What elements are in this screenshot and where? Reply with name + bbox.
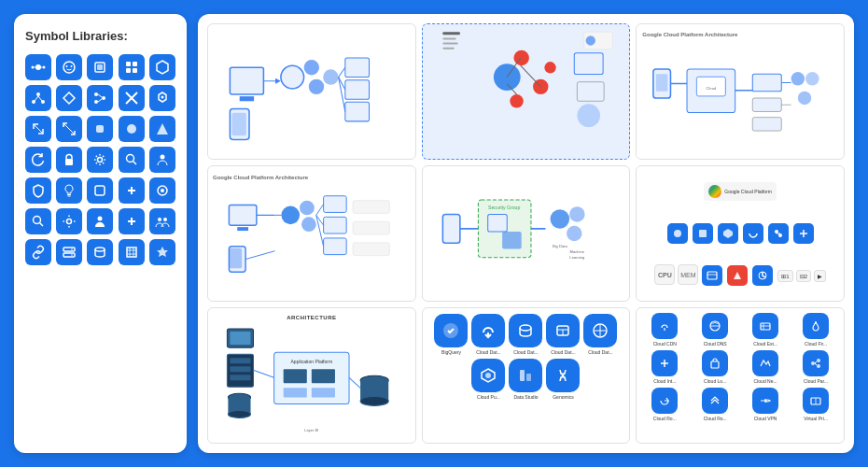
- icon-empty1[interactable]: [87, 177, 113, 204]
- cloud-fir-icon[interactable]: [803, 313, 829, 339]
- showcase-icon-3[interactable]: [718, 223, 738, 244]
- showcase-icon-2[interactable]: [693, 223, 713, 244]
- svg-point-130: [569, 206, 584, 221]
- virtual-pri-icon[interactable]: [803, 388, 829, 414]
- icon-expand[interactable]: [56, 116, 82, 142]
- svg-point-191: [817, 364, 820, 368]
- icon-bulb[interactable]: [56, 177, 82, 204]
- showcase-icon-5[interactable]: [768, 223, 789, 244]
- svg-rect-70: [231, 113, 245, 136]
- cloudpu-icon[interactable]: [471, 359, 505, 392]
- showcase-icon-7[interactable]: [702, 265, 722, 286]
- icon-cube[interactable]: [87, 54, 113, 80]
- diagram-cell-6[interactable]: Google Cloud Platform CPU MEM: [636, 165, 845, 302]
- svg-rect-122: [442, 214, 460, 243]
- cloud-ro1-item: Cloud Ro...: [641, 388, 688, 421]
- cloud-lo-icon[interactable]: [702, 350, 728, 376]
- icon-empty2[interactable]: [119, 177, 145, 204]
- cloud-dns-icon[interactable]: [702, 313, 728, 339]
- svg-point-45: [34, 217, 41, 224]
- svg-point-50: [163, 218, 167, 221]
- svg-point-154: [228, 410, 250, 417]
- diagram-cell-8[interactable]: BigQuery Cloud Dat... Cloud Dat...: [422, 307, 631, 444]
- icon-hexagon[interactable]: [149, 54, 175, 80]
- icon-server[interactable]: [56, 239, 82, 265]
- svg-rect-149: [230, 358, 250, 363]
- icon-placeholder2[interactable]: [119, 116, 145, 142]
- icon-smiley[interactable]: [56, 54, 82, 80]
- cloud-ext-icon[interactable]: [752, 313, 778, 339]
- showcase-icon-6[interactable]: [793, 223, 814, 244]
- genomics-icon[interactable]: [546, 359, 580, 392]
- svg-rect-136: [699, 230, 707, 237]
- svg-line-81: [520, 65, 540, 87]
- icon-search2[interactable]: [25, 208, 51, 234]
- icon-placeholder4[interactable]: [119, 239, 145, 265]
- svg-rect-66: [345, 102, 370, 121]
- icon-refresh[interactable]: [25, 147, 51, 173]
- genomics-label: Genomics: [553, 394, 574, 400]
- icon-person2[interactable]: [87, 208, 113, 234]
- icon-cross[interactable]: [119, 85, 145, 111]
- icon-lock[interactable]: [56, 147, 82, 173]
- svg-rect-121: [353, 243, 389, 256]
- diagram-cell-7[interactable]: ARCHITECTURE Application Pl: [207, 307, 416, 444]
- icon-resize[interactable]: [25, 116, 51, 142]
- clouddat4-icon[interactable]: [583, 314, 617, 347]
- clouddat2-icon[interactable]: [509, 314, 542, 347]
- svg-rect-35: [65, 159, 73, 165]
- diagram-cell-3[interactable]: Google Cloud Platform Architecture Cloud: [636, 23, 845, 160]
- showcase-icon-1[interactable]: [667, 223, 688, 244]
- bigquery-icon[interactable]: [434, 314, 468, 347]
- cloud-vpn-icon[interactable]: [752, 388, 778, 414]
- icon-database[interactable]: [87, 239, 113, 265]
- icon-gear2[interactable]: [56, 208, 82, 234]
- icon-grid[interactable]: [119, 54, 145, 80]
- diagram-cell-2[interactable]: [422, 23, 631, 160]
- svg-point-99: [805, 72, 819, 85]
- diagram-cell-4[interactable]: Google Cloud Platform Architecture: [207, 165, 416, 302]
- icon-person[interactable]: [149, 147, 175, 173]
- showcase-icon-4[interactable]: [743, 223, 763, 244]
- showcase-icon-8[interactable]: [727, 265, 748, 286]
- icon-placeholder3[interactable]: [149, 116, 175, 142]
- svg-text:Security Group: Security Group: [488, 205, 520, 210]
- icon-placeholder5[interactable]: [149, 239, 175, 265]
- cloud-ne-icon[interactable]: [752, 350, 778, 376]
- clouddat4-icon-item: Cloud Dat...: [583, 314, 617, 355]
- cloud-par-icon[interactable]: [803, 350, 829, 376]
- clouddat1-icon-item: Cloud Dat...: [471, 314, 505, 355]
- cloud-ro1-icon[interactable]: [651, 388, 678, 414]
- clouddat3-icon[interactable]: [546, 314, 580, 347]
- svg-rect-158: [312, 369, 335, 383]
- svg-rect-64: [345, 58, 370, 78]
- svg-point-62: [309, 79, 324, 94]
- icon-empty3[interactable]: [149, 177, 175, 204]
- icon-placeholder1[interactable]: [87, 116, 113, 142]
- diagram-cell-5[interactable]: Security Group Big Data Machine Learning: [422, 165, 631, 302]
- showcase-icon-9[interactable]: [752, 265, 773, 286]
- svg-point-5: [63, 62, 75, 73]
- icon-shield[interactable]: [25, 177, 51, 204]
- icon-nodes[interactable]: [25, 85, 51, 111]
- icon-network[interactable]: [25, 54, 51, 80]
- icon-diamond[interactable]: [56, 85, 82, 111]
- diagram-cell-9[interactable]: Cloud CDN Cloud DNS Cloud Ext...: [636, 307, 845, 444]
- icon-group[interactable]: [149, 208, 175, 234]
- svg-line-115: [316, 205, 324, 216]
- icon-settings[interactable]: [87, 147, 113, 173]
- cloud-int-icon[interactable]: [651, 350, 678, 376]
- icon-flow[interactable]: [87, 85, 113, 111]
- icon-plus[interactable]: [119, 208, 145, 234]
- cloud-cdn-icon[interactable]: [651, 313, 678, 339]
- virtual-pri-label: Virtual Pri...: [804, 416, 828, 421]
- icon-search[interactable]: [119, 147, 145, 173]
- icon-link[interactable]: [25, 239, 51, 265]
- diagram-cell-1[interactable]: [207, 23, 416, 160]
- cloud-vpn-label: Cloud VPN: [754, 416, 777, 421]
- cloud-ro2-icon[interactable]: [702, 388, 728, 414]
- svg-rect-179: [526, 374, 531, 381]
- clouddat1-icon[interactable]: [471, 314, 505, 347]
- icon-hex-group[interactable]: [149, 85, 175, 111]
- datastudio-icon[interactable]: [509, 359, 542, 392]
